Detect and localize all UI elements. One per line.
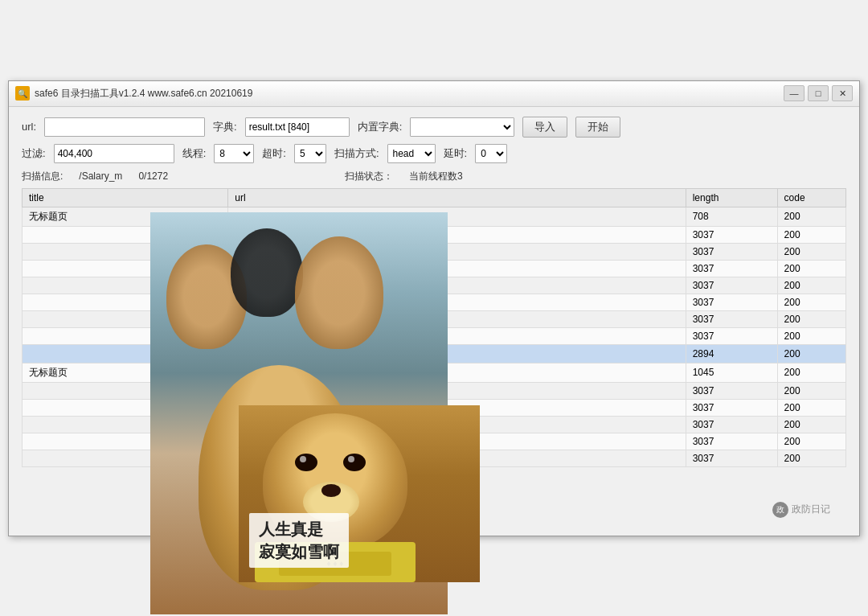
cell-code: 200	[777, 433, 845, 450]
scan-status-value: 当前线程数3	[409, 170, 463, 183]
cell-length: 3037	[686, 294, 777, 310]
import-button[interactable]: 导入	[522, 117, 567, 138]
window-title: safe6 目录扫描工具v1.2.4 www.safe6.cn 20210619	[35, 87, 252, 101]
minimize-button[interactable]: —	[784, 85, 805, 101]
titlebar: 🔍 safe6 目录扫描工具v1.2.4 www.safe6.cn 202106…	[9, 81, 859, 107]
cell-length: 3037	[686, 260, 777, 277]
scan-progress: 0/1272	[138, 170, 168, 182]
col-header-code: code	[777, 188, 845, 207]
watermark-text: 政防日记	[792, 503, 830, 516]
cell-length: 3037	[686, 226, 777, 243]
close-button[interactable]: ✕	[832, 85, 853, 101]
cell-length: 3037	[686, 382, 777, 399]
scan-info-label: 扫描信息:	[22, 170, 63, 183]
cell-code: 200	[777, 344, 845, 363]
cell-length: 3037	[686, 399, 777, 416]
cell-length: 3037	[686, 450, 777, 466]
cell-code: 200	[777, 310, 845, 327]
dict-input[interactable]: result.txt [840]	[245, 117, 350, 137]
toolbar-row-2: 过滤: 线程: 8 超时: 5 扫描方式: head 延时: 0	[22, 144, 846, 163]
toolbar-row-1: url: 字典: result.txt [840] 内置字典: 导入 开始	[22, 117, 846, 138]
col-header-url: url	[228, 188, 686, 207]
main-window: 🔍 safe6 目录扫描工具v1.2.4 www.safe6.cn 202106…	[8, 80, 860, 536]
delay-label: 延时:	[444, 146, 468, 161]
titlebar-left: 🔍 safe6 目录扫描工具v1.2.4 www.safe6.cn 202106…	[15, 86, 252, 101]
cell-code: 200	[777, 226, 845, 243]
cell-length: 3037	[686, 327, 777, 344]
cell-length: 708	[686, 207, 777, 226]
filter-input[interactable]	[54, 144, 174, 163]
maximize-button[interactable]: □	[808, 85, 829, 101]
cell-code: 200	[777, 363, 845, 382]
cell-length: 3037	[686, 310, 777, 327]
filter-label: 过滤:	[22, 146, 46, 161]
scan-mode-select[interactable]: head	[387, 144, 436, 163]
col-header-title: title	[23, 188, 228, 207]
cell-length: 3037	[686, 277, 777, 294]
dog-meme-text: 人生真是 寂寞如雪啊	[249, 513, 349, 568]
main-content: url: 字典: result.txt [840] 内置字典: 导入 开始 过滤…	[9, 107, 859, 536]
cell-code: 200	[777, 399, 845, 416]
cell-code: 200	[777, 416, 845, 433]
watermark: 政 政防日记	[772, 502, 830, 518]
cell-length: 3037	[686, 416, 777, 433]
scan-info-bar: 扫描信息: /Salary_m 0/1272 扫描状态： 当前线程数3	[22, 170, 846, 183]
cell-code: 200	[777, 382, 845, 399]
builtin-dict-label: 内置字典:	[358, 120, 403, 134]
col-header-length: length	[686, 188, 777, 207]
app-icon: 🔍	[15, 86, 30, 101]
watermark-icon: 政	[772, 502, 788, 518]
cell-code: 200	[777, 207, 845, 226]
cell-length: 1045	[686, 363, 777, 382]
url-input[interactable]	[44, 117, 205, 137]
table-area: title url length code 无标题页→ http://oa…/S…	[22, 188, 846, 526]
timeout-select[interactable]: 5	[294, 144, 326, 163]
dict-label: 字典:	[213, 120, 237, 134]
scan-info-value: /Salary_m	[79, 170, 122, 182]
url-label: url:	[22, 121, 36, 133]
scan-mode-label: 扫描方式:	[334, 146, 379, 161]
cell-length: 2894	[686, 344, 777, 363]
window-controls: — □ ✕	[784, 85, 853, 101]
dog-image-overlay-2: ♦ ♦ ♦ 人生真是 寂寞如雪啊	[239, 405, 480, 582]
thread-label: 线程:	[182, 146, 207, 161]
cell-code: 200	[777, 260, 845, 277]
timeout-label: 超时:	[262, 146, 286, 161]
builtin-dict-select[interactable]	[410, 117, 514, 137]
cell-code: 200	[777, 327, 845, 344]
cell-code: 200	[777, 277, 845, 294]
cell-length: 3037	[686, 243, 777, 260]
thread-select[interactable]: 8	[214, 144, 254, 163]
cell-code: 200	[777, 450, 845, 466]
cell-code: 200	[777, 294, 845, 310]
scan-status-label: 扫描状态：	[345, 170, 393, 183]
start-button[interactable]: 开始	[575, 117, 620, 138]
cell-length: 3037	[686, 433, 777, 450]
delay-select[interactable]: 0	[475, 144, 507, 163]
cell-code: 200	[777, 243, 845, 260]
